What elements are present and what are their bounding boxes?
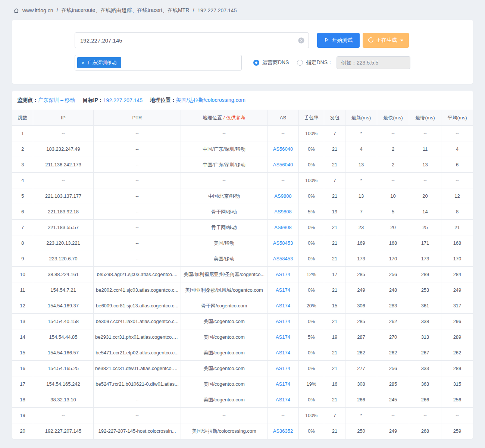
cell-latest: 262 (345, 345, 377, 361)
cell-fastest: 248 (377, 282, 409, 298)
cell-hop: 11 (12, 282, 33, 298)
trace-row: 20192.227.207.145192-227-207-145-host.co… (12, 423, 473, 439)
cell-slowest: 13 (409, 157, 441, 173)
clear-input-icon[interactable] (298, 37, 304, 44)
cell-as: AS174 (267, 345, 299, 361)
cell-avg: 4 (441, 141, 473, 157)
as-link[interactable]: AS174 (276, 303, 290, 308)
cell-latest: 13 (345, 157, 377, 173)
dns-input[interactable] (337, 56, 410, 69)
node-select-box[interactable]: × 广东深圳移动 (75, 55, 242, 71)
trace-row: 1--------100%7*------ (12, 126, 473, 141)
start-test-button[interactable]: 开始测试 (317, 33, 360, 48)
as-link[interactable]: AS174 (276, 350, 290, 355)
breadcrumb-site-link[interactable]: www.itdog.cn (22, 7, 53, 13)
cell-latest: 7 (345, 204, 377, 220)
cell-sent: 19 (324, 204, 345, 220)
target-ip-link[interactable]: 192.227.207.145 (103, 97, 143, 103)
geo-link[interactable]: 美国/达拉斯/colocrossing.com (176, 97, 245, 104)
radio-isp-dns[interactable]: 运营商DNS (253, 59, 289, 66)
cell-slowest: 313 (409, 329, 441, 345)
cell-hop: 2 (12, 141, 33, 157)
cell-sent: 21 (324, 251, 345, 267)
as-link[interactable]: AS174 (276, 381, 290, 387)
cell-ptr: be3097.ccr41.lax01.atlas.cogentco.c... (94, 314, 181, 329)
cell-avg: 8 (441, 204, 473, 220)
cell-slowest: 267 (409, 345, 441, 361)
trace-row: 4--------100%7*------ (12, 173, 473, 188)
cell-geo: 美国/cogentco.com (181, 392, 267, 408)
as-link[interactable]: AS56040 (273, 146, 293, 152)
col-header-as: AS (267, 110, 299, 126)
as-link[interactable]: AS174 (276, 272, 290, 277)
cell-avg: 315 (441, 376, 473, 392)
col-header-avg: 平均(ms) (441, 110, 473, 126)
cell-avg: 170 (441, 251, 473, 267)
cell-latest: 173 (345, 251, 377, 267)
radio-custom-dns[interactable]: 指定DNS： (297, 59, 333, 66)
as-link[interactable]: AS9808 (274, 193, 291, 199)
breadcrumb-target: 192.227.207.145 (197, 7, 237, 13)
cell-loss: 5% (299, 329, 324, 345)
target-input[interactable] (75, 32, 309, 48)
cell-slowest: 338 (409, 314, 441, 329)
geo-disclaimer: / 仅供参考 (222, 115, 245, 120)
col-header-sent: 发包 (324, 110, 345, 126)
cell-avg: -- (441, 408, 473, 423)
cell-loss: 20% (299, 298, 324, 314)
play-icon (324, 37, 329, 43)
cell-ptr: -- (94, 251, 181, 267)
cell-latest: 266 (345, 392, 377, 408)
as-link[interactable]: AS174 (276, 366, 290, 371)
cell-ip: 154.54.165.242 (33, 376, 94, 392)
cell-ip: 223.120.6.70 (33, 251, 94, 267)
cell-avg: 6 (441, 157, 473, 173)
cell-avg: 259 (441, 423, 473, 439)
as-link[interactable]: AS56040 (273, 162, 293, 167)
cell-ptr: -- (94, 392, 181, 408)
as-link[interactable]: AS9808 (274, 209, 291, 214)
cell-hop: 16 (12, 361, 33, 376)
radio-isp-dns-label: 运营商DNS (262, 59, 289, 66)
as-link[interactable]: AS174 (276, 287, 290, 293)
node-tag[interactable]: × 广东深圳移动 (77, 57, 121, 68)
as-link[interactable]: AS58453 (273, 240, 293, 246)
home-icon[interactable] (13, 8, 19, 13)
generating-button[interactable]: 正在生成 (363, 33, 409, 48)
cell-as: AS58453 (267, 235, 299, 251)
radio-checked-icon (253, 60, 259, 66)
cell-as: AS174 (267, 298, 299, 314)
generating-label: 正在生成 (376, 37, 397, 44)
cell-ip: 154.54.169.37 (33, 298, 94, 314)
cell-avg: 262 (441, 345, 473, 361)
cell-geo: 中国/北京/移动 (181, 188, 267, 204)
as-link[interactable]: AS36352 (273, 428, 293, 434)
cell-hop: 20 (12, 423, 33, 439)
cell-geo: 美国/亚利桑那/凤凰城/cogentco.com (181, 282, 267, 298)
cell-latest: 285 (345, 267, 377, 282)
trace-row: 11154.54.7.21be2002.ccr41.sjc03.atlas.co… (12, 282, 473, 298)
cell-geo: -- (181, 173, 267, 188)
monitor-node-link[interactable]: 广东深圳 – 移动 (38, 97, 75, 104)
cell-as: AS174 (267, 282, 299, 298)
cell-latest: 4 (345, 141, 377, 157)
cell-geo: 美国/cogentco.com (181, 345, 267, 361)
tag-close-icon[interactable]: × (82, 60, 85, 65)
trace-row: 8223.120.13.221--美国/移动AS584530%211691681… (12, 235, 473, 251)
cell-fastest: 262 (377, 314, 409, 329)
cell-as: AS174 (267, 361, 299, 376)
cell-hop: 6 (12, 204, 33, 220)
cell-latest: * (345, 173, 377, 188)
cell-hop: 19 (12, 408, 33, 423)
as-link[interactable]: AS9808 (274, 225, 291, 230)
cell-sent: 21 (324, 235, 345, 251)
as-link[interactable]: AS174 (276, 397, 290, 402)
breadcrumb-path-link[interactable]: 在线traceroute、在线路由追踪、在线tracert、在线MTR (61, 7, 189, 14)
as-link[interactable]: AS174 (276, 334, 290, 340)
cell-avg: 12 (441, 188, 473, 204)
as-link[interactable]: AS58453 (273, 256, 293, 261)
cell-sent: 21 (324, 220, 345, 235)
as-link[interactable]: AS174 (276, 319, 290, 324)
col-header-ptr: PTR (94, 110, 181, 126)
cell-latest: 23 (345, 220, 377, 235)
